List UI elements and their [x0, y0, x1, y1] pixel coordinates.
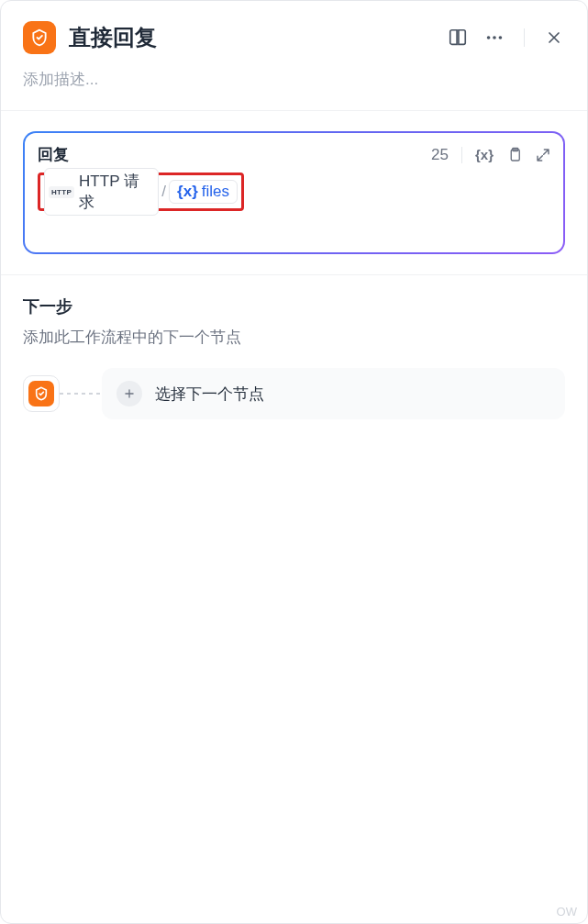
- reply-header: 回复 25 {x}: [38, 144, 550, 165]
- description-row: 添加描述...: [1, 69, 587, 110]
- book-icon: [448, 28, 468, 48]
- shield-check-icon: [30, 28, 49, 47]
- char-count: 25: [431, 146, 449, 164]
- more-button[interactable]: [483, 27, 505, 49]
- expand-button[interactable]: [536, 148, 550, 162]
- plus-icon: [116, 381, 142, 406]
- toolbar-divider: [461, 147, 462, 163]
- description-input[interactable]: 添加描述...: [23, 69, 565, 90]
- node-type-icon: [23, 21, 56, 54]
- variable-chip-icon: {x}: [177, 183, 198, 201]
- reply-section: 回复 25 {x}: [1, 111, 587, 274]
- panel-header: 直接回复: [1, 1, 587, 69]
- select-next-node-button[interactable]: 选择下一个节点: [102, 368, 565, 419]
- next-step-section: 下一步 添加此工作流程中的下一个节点 选择下一个节点: [1, 275, 587, 440]
- svg-point-1: [493, 36, 496, 39]
- next-step-title: 下一步: [23, 295, 565, 317]
- clipboard-button[interactable]: [506, 147, 523, 163]
- node-connector: [60, 393, 102, 395]
- page-title: 直接回复: [69, 23, 434, 52]
- http-badge-label: HTTP 请求: [79, 171, 152, 213]
- reply-title: 回复: [38, 144, 69, 165]
- svg-point-0: [487, 36, 491, 39]
- docs-button[interactable]: [447, 27, 469, 49]
- expand-icon: [536, 148, 550, 162]
- variable-icon: {x}: [475, 147, 494, 162]
- ellipsis-icon: [484, 28, 505, 48]
- http-badge-icon: HTTP: [49, 186, 74, 198]
- reply-toolbar: 25 {x}: [431, 146, 550, 164]
- close-icon: [545, 28, 563, 47]
- close-button[interactable]: [543, 27, 565, 49]
- svg-point-2: [499, 36, 503, 39]
- header-actions: [447, 27, 565, 49]
- watermark: OW: [557, 905, 577, 918]
- insert-variable-button[interactable]: {x}: [475, 147, 494, 162]
- variable-chip[interactable]: {x} files: [169, 180, 238, 204]
- highlighted-expression[interactable]: HTTP HTTP 请求 / {x} files: [38, 173, 244, 211]
- variable-chip-label: files: [202, 183, 229, 201]
- next-step-subtitle: 添加此工作流程中的下一个节点: [23, 327, 565, 348]
- current-node-icon: [23, 375, 60, 412]
- divider: [524, 28, 525, 47]
- clipboard-icon: [506, 147, 523, 163]
- reply-box[interactable]: 回复 25 {x}: [23, 131, 565, 254]
- select-next-label: 选择下一个节点: [155, 384, 264, 405]
- config-panel: 直接回复 添加描述.: [0, 0, 588, 924]
- http-request-chip[interactable]: HTTP HTTP 请求: [44, 168, 159, 216]
- shield-check-icon: [34, 386, 49, 401]
- next-step-row: 选择下一个节点: [23, 368, 565, 419]
- path-separator: /: [161, 183, 166, 201]
